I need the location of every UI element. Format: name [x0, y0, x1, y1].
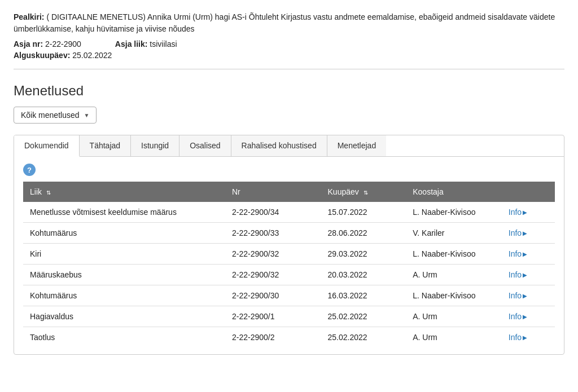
cell-info: Info ▶: [502, 327, 555, 348]
info-link[interactable]: Info ▶: [509, 249, 548, 258]
info-link[interactable]: Info ▶: [509, 228, 548, 237]
table-body: Menetlusse võtmisest keeldumise määrus2-…: [23, 202, 555, 347]
table-row: Taotlus2-22-2900/225.02.2022A. UrmInfo ▶: [23, 327, 555, 348]
cell-liik: Menetlusse võtmisest keeldumise määrus: [23, 202, 225, 223]
table-row: Määruskaebus2-22-2900/3220.03.2022A. Urm…: [23, 265, 555, 285]
page-container: Pealkiri: ( DIGITAALNE MENETLUS) Annika …: [0, 0, 578, 366]
menetlused-dropdown[interactable]: Kõik menetlused ▼: [14, 107, 97, 124]
table-row: Kohtumäärus2-22-2900/3328.06.2022V. Kari…: [23, 223, 555, 244]
arrow-icon: ▶: [523, 230, 527, 236]
cell-info: Info ▶: [502, 285, 555, 306]
header-meta-row: Asja nr: 2-22-2900 Asja liik: tsiviilasi: [14, 39, 564, 49]
info-link[interactable]: Info ▶: [509, 312, 548, 321]
cell-info: Info ▶: [502, 306, 555, 327]
tabs-container: Dokumendid Tähtajad Istungid Osalised Ra…: [14, 135, 564, 355]
cell-liik: Taotlus: [23, 327, 225, 348]
col-header-kuupaev: Kuupäev ⇅: [321, 182, 406, 202]
cell-nr: 2-22-2900/34: [225, 202, 321, 223]
col-header-info: [502, 182, 555, 202]
info-label: Info: [509, 291, 522, 300]
tab-menetlejad[interactable]: Menetlejad: [327, 135, 387, 156]
cell-nr: 2-22-2900/33: [225, 223, 321, 244]
cell-kuupaev: 16.03.2022: [321, 285, 406, 306]
arrow-icon: ▶: [523, 272, 527, 278]
cell-info: Info ▶: [502, 202, 555, 223]
pealkiri-label: Pealkiri:: [14, 12, 44, 21]
help-icon[interactable]: ?: [23, 164, 36, 176]
table-header: Liik ⇅ Nr Kuupäev ⇅ Koostaja: [23, 182, 555, 202]
arrow-icon: ▶: [523, 293, 527, 299]
tab-dokumendid[interactable]: Dokumendid: [14, 135, 80, 157]
cell-info: Info ▶: [502, 265, 555, 285]
menetlused-title: Menetlused: [14, 83, 564, 99]
table-row: Kohtumäärus2-22-2900/3016.03.2022L. Naab…: [23, 285, 555, 306]
info-link[interactable]: Info ▶: [509, 291, 548, 300]
cell-kuupaev: 25.02.2022: [321, 306, 406, 327]
cell-koostaja: V. Kariler: [406, 223, 502, 244]
cell-liik: Kohtumäärus: [23, 285, 225, 306]
sort-icon-liik[interactable]: ⇅: [46, 190, 51, 196]
col-header-koostaja: Koostaja: [406, 182, 502, 202]
pealkiri-value: ( DIGITAALNE MENETLUS) Annika Urmi (Urm)…: [14, 12, 555, 33]
cell-liik: Kiri: [23, 244, 225, 265]
cell-nr: 2-22-2900/32: [225, 244, 321, 265]
header-section: Pealkiri: ( DIGITAALNE MENETLUS) Annika …: [14, 11, 564, 69]
arrow-icon: ▶: [523, 314, 527, 320]
info-label: Info: [509, 208, 522, 217]
asja-nr-item: Asja nr: 2-22-2900: [14, 39, 81, 49]
cell-nr: 2-22-2900/2: [225, 327, 321, 348]
cell-kuupaev: 15.07.2022: [321, 202, 406, 223]
cell-info: Info ▶: [502, 223, 555, 244]
asja-nr-label: Asja nr:: [14, 39, 43, 49]
tab-osalised[interactable]: Osalised: [179, 135, 231, 156]
info-label: Info: [509, 312, 522, 321]
asja-liik-label: Asja liik:: [115, 39, 148, 49]
tab-istungid[interactable]: Istungid: [131, 135, 179, 156]
info-link[interactable]: Info ▶: [509, 208, 548, 217]
arrow-icon: ▶: [523, 334, 527, 341]
table-row: Kiri2-22-2900/3229.03.2022L. Naaber-Kivi…: [23, 244, 555, 265]
cell-nr: 2-22-2900/32: [225, 265, 321, 285]
cell-nr: 2-22-2900/1: [225, 306, 321, 327]
info-label: Info: [509, 249, 522, 258]
cell-koostaja: A. Urm: [406, 327, 502, 348]
cell-koostaja: A. Urm: [406, 265, 502, 285]
cell-koostaja: L. Naaber-Kivisoo: [406, 244, 502, 265]
asja-liik-value: tsiviilasi: [150, 39, 177, 49]
sort-icon-kuupaev[interactable]: ⇅: [364, 190, 368, 196]
cell-kuupaev: 28.06.2022: [321, 223, 406, 244]
tab-tahtajad[interactable]: Tähtajad: [80, 135, 131, 156]
chevron-down-icon: ▼: [84, 112, 90, 118]
cell-nr: 2-22-2900/30: [225, 285, 321, 306]
table-row: Hagiavaldus2-22-2900/125.02.2022A. UrmIn…: [23, 306, 555, 327]
cell-info: Info ▶: [502, 244, 555, 265]
algus-label: Alguskuupäev:: [14, 51, 70, 60]
tab-rahalised-kohustised[interactable]: Rahalised kohustised: [231, 135, 327, 156]
dropdown-label: Kõik menetlused: [21, 111, 80, 120]
asja-nr-value: 2-22-2900: [45, 39, 81, 49]
asja-liik-item: Asja liik: tsiviilasi: [115, 39, 177, 49]
cell-kuupaev: 29.03.2022: [321, 244, 406, 265]
cell-liik: Kohtumäärus: [23, 223, 225, 244]
info-label: Info: [509, 228, 522, 237]
cell-liik: Määruskaebus: [23, 265, 225, 285]
cell-kuupaev: 20.03.2022: [321, 265, 406, 285]
cell-koostaja: L. Naaber-Kivisoo: [406, 202, 502, 223]
header-title: Pealkiri: ( DIGITAALNE MENETLUS) Annika …: [14, 11, 564, 35]
cell-koostaja: A. Urm: [406, 306, 502, 327]
algus-value: 25.02.2022: [72, 51, 112, 60]
info-link[interactable]: Info ▶: [509, 270, 548, 279]
menetlused-section: Menetlused Kõik menetlused ▼: [14, 83, 564, 124]
cell-liik: Hagiavaldus: [23, 306, 225, 327]
info-label: Info: [509, 270, 522, 279]
arrow-icon: ▶: [523, 209, 527, 215]
cell-kuupaev: 25.02.2022: [321, 327, 406, 348]
info-label: Info: [509, 333, 522, 342]
tabs-header: Dokumendid Tähtajad Istungid Osalised Ra…: [14, 135, 564, 157]
info-link[interactable]: Info ▶: [509, 333, 548, 342]
col-header-liik: Liik ⇅: [23, 182, 225, 202]
col-header-nr: Nr: [225, 182, 321, 202]
tab-content: ? Liik ⇅ Nr Kuupäev ⇅ Koostaja: [14, 157, 564, 354]
documents-table: Liik ⇅ Nr Kuupäev ⇅ Koostaja Menetlusse …: [23, 182, 555, 347]
header-date: Alguskuupäev: 25.02.2022: [14, 51, 564, 60]
